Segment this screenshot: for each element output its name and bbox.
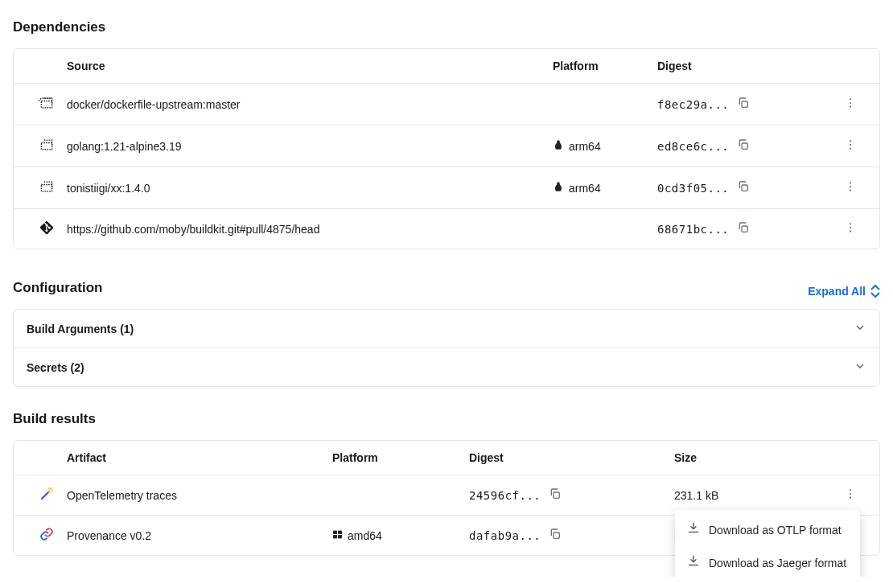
layers-icon: [39, 137, 55, 155]
dep-platform: arm64: [569, 140, 601, 153]
dependencies-header-row: Source Platform Digest: [14, 49, 879, 83]
download-icon: [686, 521, 701, 538]
svg-rect-28: [553, 532, 559, 538]
svg-point-21: [850, 489, 851, 491]
accordion-label: Build Arguments (1): [27, 323, 134, 335]
svg-point-2: [850, 98, 851, 100]
svg-rect-1: [742, 101, 747, 107]
build-results-title: Build results: [13, 411, 880, 427]
svg-rect-15: [742, 226, 747, 232]
col-header-size: Size: [674, 451, 834, 464]
windows-icon: [332, 529, 343, 542]
svg-rect-27: [338, 535, 342, 538]
dep-source: tonistiigi/xx:1.4.0: [67, 182, 553, 195]
dep-digest: ed8ce6c...: [657, 140, 729, 153]
menu-item-label: Download as Jaeger format: [709, 557, 846, 569]
svg-point-7: [850, 140, 851, 142]
accordion-label: Secrets (2): [27, 361, 84, 374]
copy-icon[interactable]: [737, 221, 750, 236]
col-header-platform: Platform: [332, 451, 469, 464]
kebab-icon[interactable]: [844, 487, 857, 503]
svg-rect-10: [41, 185, 51, 191]
result-artifact: Provenance v0.2: [67, 529, 332, 542]
dep-digest: 0cd3f05...: [657, 182, 729, 195]
linux-icon: [553, 181, 564, 195]
svg-rect-24: [333, 530, 337, 533]
svg-rect-5: [41, 143, 51, 150]
col-header-digest: Digest: [657, 60, 834, 72]
svg-rect-0: [41, 101, 51, 108]
unfold-icon: [870, 285, 880, 298]
dep-source: golang:1.21-alpine3.19: [67, 140, 553, 153]
table-row: tonistiigi/xx:1.4.0 arm64 0cd3f05...: [14, 167, 879, 208]
svg-point-22: [850, 493, 851, 495]
kebab-icon[interactable]: [844, 138, 857, 154]
configuration-accordion: Build Arguments (1) Secrets (2): [13, 309, 880, 387]
copy-icon[interactable]: [549, 487, 562, 503]
svg-rect-11: [742, 185, 747, 191]
telemetry-icon: [39, 487, 54, 504]
menu-item-download-jaeger[interactable]: Download as Jaeger format: [675, 546, 860, 577]
svg-rect-20: [553, 492, 559, 498]
svg-point-3: [850, 102, 851, 104]
linux-icon: [553, 139, 564, 153]
svg-point-13: [850, 186, 851, 187]
copy-icon[interactable]: [737, 97, 750, 112]
svg-point-8: [850, 144, 851, 146]
provenance-icon: [39, 527, 54, 544]
dep-digest: 68671bc...: [657, 223, 729, 236]
result-digest: dafab9a...: [469, 529, 541, 542]
svg-point-18: [850, 231, 851, 232]
git-icon: [39, 220, 54, 237]
result-size: 231.1 kB: [674, 489, 834, 502]
dependencies-title: Dependencies: [13, 19, 880, 35]
table-row: https://github.com/moby/buildkit.git#pul…: [14, 208, 879, 249]
dependencies-table: Source Platform Digest docker/dockerfile…: [13, 48, 880, 249]
copy-icon[interactable]: [549, 528, 562, 543]
result-digest: 24596cf...: [469, 489, 541, 502]
layers-icon: [39, 179, 55, 197]
chevron-down-icon: [854, 360, 866, 375]
dep-digest: f8ec29a...: [657, 98, 729, 111]
dep-platform: arm64: [569, 182, 601, 195]
accordion-item-secrets[interactable]: Secrets (2): [14, 347, 879, 386]
build-results-header-row: Artifact Platform Digest Size: [14, 441, 879, 475]
menu-item-label: Download as OTLP format: [709, 524, 842, 537]
result-platform: amd64: [348, 529, 382, 542]
expand-all-button[interactable]: Expand All: [808, 285, 880, 298]
svg-point-16: [850, 223, 851, 224]
copy-icon[interactable]: [737, 138, 750, 154]
svg-point-9: [850, 148, 851, 150]
kebab-icon[interactable]: [844, 221, 857, 236]
col-header-source: Source: [67, 60, 553, 72]
accordion-item-build-arguments[interactable]: Build Arguments (1): [14, 310, 879, 347]
dep-source: docker/dockerfile-upstream:master: [67, 98, 553, 111]
svg-point-17: [850, 227, 851, 228]
download-icon: [686, 554, 701, 571]
svg-point-14: [850, 190, 851, 191]
svg-point-4: [850, 106, 851, 108]
svg-point-23: [850, 497, 851, 499]
table-row: OpenTelemetry traces 24596cf... 231.1 kB…: [14, 475, 879, 515]
chevron-down-icon: [854, 321, 866, 336]
col-header-digest: Digest: [469, 451, 674, 464]
svg-rect-6: [742, 143, 747, 149]
configuration-title: Configuration: [13, 280, 102, 296]
dep-source: https://github.com/moby/buildkit.git#pul…: [67, 223, 553, 236]
kebab-icon[interactable]: [844, 97, 857, 112]
result-artifact: OpenTelemetry traces: [67, 489, 332, 502]
col-header-artifact: Artifact: [67, 451, 332, 464]
expand-all-label: Expand All: [808, 285, 866, 298]
svg-rect-25: [338, 530, 342, 533]
download-menu: Download as OTLP format Download as Jaeg…: [675, 510, 860, 577]
build-results-table: Artifact Platform Digest Size OpenTeleme…: [13, 440, 880, 556]
kebab-icon[interactable]: [844, 180, 857, 195]
table-row: golang:1.21-alpine3.19 arm64 ed8ce6c...: [14, 125, 879, 167]
copy-icon[interactable]: [737, 180, 750, 195]
col-header-platform: Platform: [553, 60, 657, 72]
table-row: docker/dockerfile-upstream:master f8ec29…: [14, 83, 879, 125]
layers-icon: [39, 95, 55, 113]
menu-item-download-otlp[interactable]: Download as OTLP format: [675, 513, 860, 546]
svg-rect-26: [333, 535, 337, 538]
svg-point-19: [48, 491, 51, 493]
